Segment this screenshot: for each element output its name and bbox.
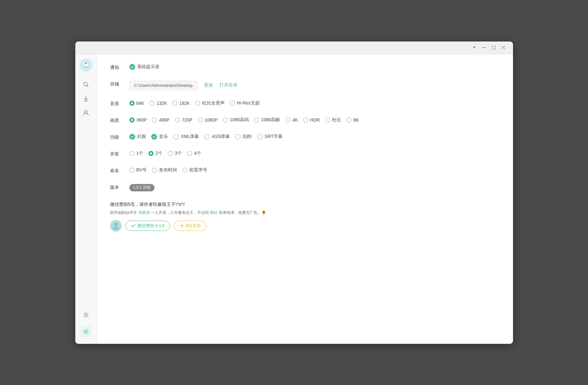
video-quality-controls: 360P 480P 720P 1080P	[129, 117, 362, 123]
video-1080p-label: 1080P	[205, 117, 218, 123]
naming-publish-time-radio	[152, 168, 157, 173]
sidebar-item-theme[interactable]	[80, 309, 92, 321]
sidebar	[75, 54, 97, 344]
concurrency-2[interactable]: 2个	[148, 151, 163, 156]
svg-point-6	[85, 62, 87, 64]
settings-content: 通知 系统提示音 存储 C:\Users\Administrator\Deskt…	[97, 54, 513, 344]
svg-line-19	[84, 316, 84, 316]
video-hdr[interactable]: HDR	[303, 117, 320, 123]
naming-bv[interactable]: BV号	[129, 167, 147, 173]
close-button[interactable]	[499, 43, 508, 52]
naming-prefix-seq-label: 前置序号	[189, 167, 207, 173]
version-label: 版本	[110, 184, 129, 190]
video-360p-label: 360P	[136, 117, 147, 123]
video-1080p-high[interactable]: 1080高码	[223, 117, 249, 123]
svg-line-17	[84, 313, 84, 313]
audio-64k[interactable]: 64K	[129, 101, 145, 106]
feature-srt[interactable]: SRT字幕	[257, 134, 283, 140]
bilibili-charge-label: ⚡ B站充电	[179, 223, 201, 229]
audio-192k[interactable]: 192K	[172, 101, 190, 106]
feature-xml-danmaku[interactable]: XML弹幕	[173, 134, 199, 140]
svg-point-23	[114, 223, 118, 226]
video-1080p-60fps[interactable]: 1080高帧	[254, 117, 280, 123]
concurrency-4[interactable]: 4个	[187, 151, 201, 156]
feature-xml-danmaku-label: XML弹幕	[181, 134, 199, 140]
audio-64k-radio	[129, 101, 135, 106]
audio-dolby-label: 杜比全景声	[202, 100, 225, 106]
audio-132k-label: 132K	[156, 101, 167, 106]
concurrency-1-label: 1个	[136, 151, 144, 156]
naming-prefix-seq-radio	[182, 168, 187, 173]
feature-scrape[interactable]: 刮削	[235, 134, 252, 140]
storage-open-btn[interactable]: 打开目录	[219, 82, 238, 88]
notification-controls: 系统提示音	[129, 64, 160, 70]
video-8k-radio	[346, 117, 351, 123]
video-360p[interactable]: 360P	[129, 117, 147, 123]
storage-label: 存储	[110, 81, 129, 87]
version-badge[interactable]: 1.0.1 详情	[129, 184, 154, 191]
storage-change-btn[interactable]: 更改	[204, 82, 213, 88]
maximize-button[interactable]	[489, 43, 498, 52]
svg-point-11	[85, 111, 87, 113]
system-sound-label: 系统提示音	[137, 64, 160, 70]
features-row: 功能 封面 音乐	[110, 134, 500, 140]
feature-music[interactable]: 音乐	[151, 134, 168, 140]
video-4k-radio	[285, 117, 290, 123]
concurrency-3[interactable]: 3个	[168, 151, 182, 156]
wechat-donate-button[interactable]: 微信赞助 ¥ 0.5	[126, 221, 170, 231]
author-link[interactable]: 周棋洛	[138, 210, 150, 215]
svg-line-20	[88, 313, 88, 313]
feature-cover-check	[129, 134, 135, 140]
system-sound-check	[129, 64, 135, 70]
video-dolby[interactable]: 杜比	[325, 117, 341, 123]
sidebar-item-settings[interactable]	[80, 326, 92, 337]
concurrency-4-radio	[187, 151, 192, 156]
video-720p-radio	[175, 117, 180, 123]
bilibili-charge-button[interactable]: ⚡ B站充电	[174, 221, 206, 231]
features-controls: 封面 音乐 XML弹幕 ASS弹幕	[129, 134, 285, 140]
video-480p[interactable]: 480P	[152, 117, 170, 123]
svg-rect-0	[482, 47, 486, 48]
sidebar-item-user[interactable]	[80, 107, 92, 119]
donate-sub: 软件由B站UP主 周棋洛 一人开发，工作量有点大，不过同 网站 简单纯净，免费无…	[110, 210, 500, 215]
concurrency-1[interactable]: 1个	[129, 151, 144, 156]
feature-scrape-check	[235, 134, 241, 140]
concurrency-controls: 1个 2个 3个 4个	[129, 151, 204, 156]
sidebar-item-search[interactable]	[80, 79, 92, 90]
audio-192k-radio	[172, 101, 177, 106]
video-720p[interactable]: 720P	[175, 117, 192, 123]
audio-132k[interactable]: 132K	[149, 101, 167, 106]
video-1080p-radio	[198, 117, 203, 123]
audio-64k-label: 64K	[136, 101, 145, 106]
video-1080p-high-label: 1080高码	[230, 117, 249, 123]
svg-line-18	[88, 316, 88, 316]
video-8k[interactable]: 8K	[346, 117, 359, 123]
concurrency-4-label: 4个	[194, 151, 201, 156]
audio-hires-radio	[230, 101, 235, 106]
system-sound-item[interactable]: 系统提示音	[129, 64, 160, 70]
audio-dolby[interactable]: 杜比全景声	[195, 100, 225, 106]
app-logo	[79, 58, 93, 72]
video-480p-label: 480P	[159, 117, 170, 123]
naming-publish-time[interactable]: 发布时间	[152, 167, 177, 173]
sidebar-item-download[interactable]	[80, 93, 92, 105]
feature-cover[interactable]: 封面	[129, 134, 146, 140]
features-label: 功能	[110, 134, 129, 140]
video-1080p[interactable]: 1080P	[198, 117, 218, 123]
naming-bv-label: BV号	[136, 167, 147, 173]
donate-section: 微信赞助5毛，请作者吃麻辣王子\^o^/ 软件由B站UP主 周棋洛 一人开发，工…	[110, 202, 500, 232]
feature-music-check	[151, 134, 157, 140]
pin-button[interactable]	[470, 43, 479, 52]
video-8k-label: 8K	[353, 117, 359, 123]
video-4k[interactable]: 4K	[285, 117, 298, 123]
audio-quality-label: 音质	[110, 100, 129, 107]
minimize-button[interactable]	[480, 43, 489, 52]
naming-prefix-seq[interactable]: 前置序号	[182, 167, 207, 173]
version-controls: 1.0.1 详情	[129, 184, 157, 191]
audio-hires[interactable]: Hi-Res无损	[230, 100, 260, 106]
website-link[interactable]: 网站	[210, 210, 218, 215]
storage-path-display: C:\Users\Administrator\Desktop	[129, 81, 198, 90]
audio-dolby-radio	[195, 101, 200, 106]
feature-ass-danmaku[interactable]: ASS弹幕	[204, 134, 230, 140]
feature-cover-label: 封面	[137, 134, 146, 140]
